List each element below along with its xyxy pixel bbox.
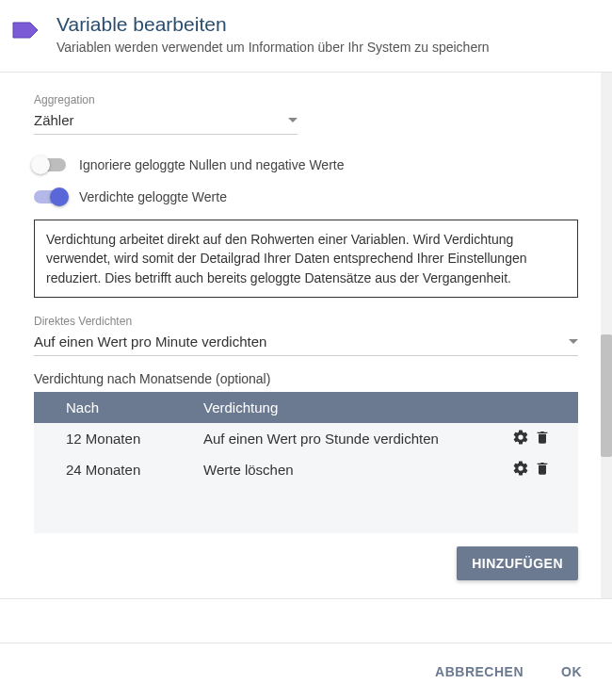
trash-icon[interactable] (535, 464, 550, 480)
gear-icon[interactable] (512, 464, 529, 480)
monthend-table: Nach Verdichtung 12 MonatenAuf einen Wer… (34, 392, 578, 533)
scroll-area[interactable]: Aggregation Zähler Ignoriere geloggte Nu… (0, 73, 612, 598)
direct-value: Auf einen Wert pro Minute verdichten (34, 334, 266, 350)
col-verd-header: Verdichtung (203, 399, 512, 415)
table-header: Nach Verdichtung (34, 392, 578, 423)
row-action: Werte löschen (203, 462, 512, 478)
page-title: Variable bearbeiten (56, 13, 490, 36)
gear-icon[interactable] (512, 432, 529, 448)
monthend-label: Verdichtung nach Monatsende (optional) (34, 371, 578, 386)
ignore-zeros-label: Ignoriere geloggte Nullen und negative W… (79, 157, 344, 172)
row-after: 12 Monaten (62, 431, 203, 447)
table-row: 24 MonatenWerte löschen (34, 454, 578, 485)
compact-label: Verdichte geloggte Werte (79, 189, 227, 204)
add-button[interactable]: HINZUFÜGEN (457, 546, 578, 580)
aggregation-select[interactable]: Zähler (34, 108, 298, 135)
row-action: Auf einen Wert pro Stunde verdichten (203, 431, 512, 447)
col-after-header: Nach (62, 399, 203, 415)
compact-toggle[interactable] (34, 190, 66, 203)
dialog-header: Variable bearbeiten Variablen werden ver… (0, 0, 612, 72)
tag-icon (11, 19, 41, 44)
content-divider (0, 598, 612, 599)
page-subtitle: Variablen werden verwendet um Informatio… (56, 40, 490, 55)
scrollbar-thumb[interactable] (601, 334, 612, 457)
table-row: 12 MonatenAuf einen Wert pro Stunde verd… (34, 423, 578, 454)
ignore-zeros-toggle[interactable] (34, 158, 66, 171)
direct-label: Direktes Verdichten (34, 315, 578, 328)
dialog-footer: ABBRECHEN OK (0, 643, 612, 700)
trash-icon[interactable] (535, 432, 550, 448)
chevron-down-icon (569, 339, 578, 344)
aggregation-value: Zähler (34, 112, 74, 128)
chevron-down-icon (288, 118, 298, 122)
aggregation-label: Aggregation (34, 93, 578, 106)
cancel-button[interactable]: ABBRECHEN (435, 664, 523, 679)
row-after: 24 Monaten (62, 462, 203, 478)
ok-button[interactable]: OK (561, 664, 582, 679)
direct-select[interactable]: Auf einen Wert pro Minute verdichten (34, 330, 578, 356)
info-box: Verdichtung arbeitet direkt auf den Rohw… (34, 220, 578, 298)
